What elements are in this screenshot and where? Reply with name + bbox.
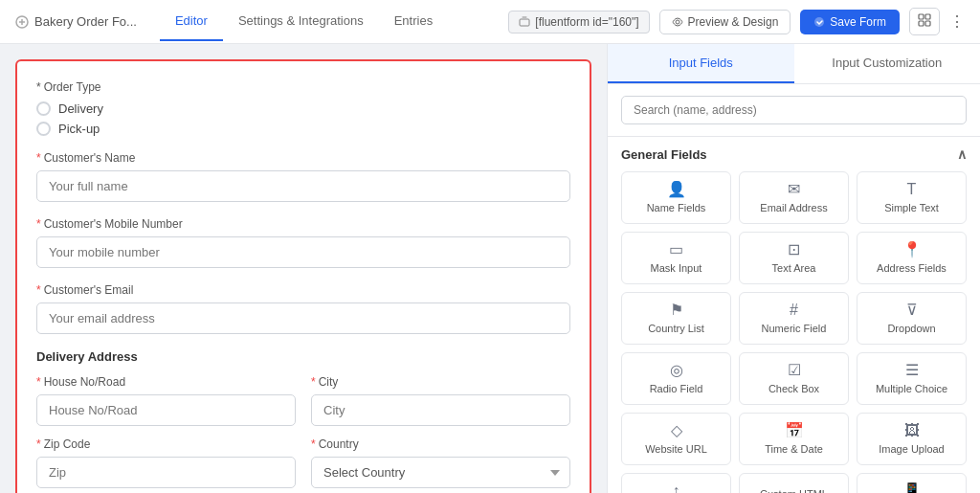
nav-tabs: Editor Settings & Integrations Entries [160, 2, 448, 41]
country-field: * Country Select Country [311, 437, 570, 488]
expand-icon [918, 13, 931, 27]
field-tile-label-mask-input: Mask Input [651, 262, 702, 274]
brand-logo[interactable]: Bakery Order Fo... [15, 14, 137, 29]
customer-name-input[interactable] [36, 170, 570, 202]
field-tile-icon-email-address: ✉ [788, 182, 800, 197]
city-input[interactable] [311, 394, 570, 426]
field-tile-icon-time-date: 📅 [785, 423, 804, 438]
field-tile-website-url[interactable]: ◇ Website URL [621, 413, 731, 465]
pickup-option[interactable]: Pick-up [36, 122, 570, 136]
customer-name-label: * Customer's Name [36, 151, 570, 165]
section-collapse-icon[interactable]: ∧ [957, 146, 967, 162]
field-tile-label-text-area: Text Area [772, 262, 816, 274]
city-field: * City [311, 375, 570, 426]
right-panel-tabs: Input Fields Input Customization [608, 44, 980, 84]
field-tile-label-image-upload: Image Upload [879, 443, 945, 455]
delivery-address-title: Delivery Address [36, 349, 570, 364]
city-label: * City [311, 375, 570, 389]
pickup-radio[interactable] [36, 122, 51, 136]
country-label: * Country [311, 437, 570, 451]
right-panel: Input Fields Input Customization General… [607, 44, 980, 493]
top-navigation: Bakery Order Fo... Editor Settings & Int… [0, 0, 980, 44]
eye-icon [672, 16, 683, 28]
field-tile-icon-file-upload: ↑ [673, 483, 680, 493]
field-tile-icon-country-list: ⚑ [670, 303, 683, 318]
zip-field: * Zip Code [36, 437, 296, 488]
svg-rect-7 [925, 21, 930, 26]
save-form-button[interactable]: Save Form [800, 10, 900, 34]
tab-settings[interactable]: Settings & Integrations [223, 2, 379, 41]
field-tile-label-radio-field: Radio Field [650, 383, 703, 394]
field-tile-icon-image-upload: 🖼 [904, 423, 920, 438]
field-tile-simple-text[interactable]: T Simple Text [857, 171, 967, 224]
field-tile-label-email-address: Email Address [760, 202, 827, 213]
field-tile-icon-numeric-field: # [790, 303, 798, 318]
field-tile-mask-input[interactable]: ▭ Mask Input [621, 232, 731, 284]
tab-editor[interactable]: Editor [160, 2, 223, 41]
zip-input[interactable] [36, 457, 296, 488]
save-icon [813, 16, 825, 28]
field-tile-label-time-date: Time & Date [765, 443, 823, 455]
field-tile-icon-phone-mobile: 📱 [902, 483, 922, 493]
field-tile-check-box[interactable]: ☑ Check Box [739, 352, 849, 405]
field-tile-icon-radio-field: ◎ [670, 363, 683, 378]
field-tile-phone-mobile[interactable]: 📱 Phone/Mobile Field [857, 473, 967, 493]
field-tile-email-address[interactable]: ✉ Email Address [739, 171, 849, 224]
customer-mobile-label: * Customer's Mobile Number [36, 217, 570, 231]
expand-button[interactable] [909, 8, 940, 35]
brand-icon [15, 15, 29, 29]
field-tile-icon-website-url: ◇ [671, 423, 682, 438]
customer-mobile-input[interactable] [36, 236, 570, 268]
field-tile-radio-field[interactable]: ◎ Radio Field [621, 352, 731, 405]
field-tile-label-numeric-field: Numeric Field [762, 323, 827, 334]
customer-email-input[interactable] [36, 303, 570, 334]
field-tile-icon-simple-text: T [907, 182, 917, 197]
field-tile-label-check-box: Check Box [768, 383, 819, 394]
field-tile-custom-html[interactable]: Custom HTML [739, 473, 849, 493]
delivery-option[interactable]: Delivery [36, 101, 570, 116]
house-no-label: * House No/Road [36, 375, 296, 389]
field-tile-country-list[interactable]: ⚑ Country List [621, 292, 731, 345]
field-tile-icon-check-box: ☑ [788, 363, 801, 378]
house-no-field: * House No/Road [36, 375, 296, 426]
address-row-1: * House No/Road * City [36, 375, 570, 426]
search-wrap [608, 84, 980, 137]
customer-email-label: * Customer's Email [36, 283, 570, 297]
field-tile-time-date[interactable]: 📅 Time & Date [739, 413, 849, 465]
field-tile-multiple-choice[interactable]: ☰ Multiple Choice [857, 352, 967, 405]
shortcode-badge[interactable]: [fluentform id="160"] [508, 11, 649, 34]
field-tile-text-area[interactable]: ⊡ Text Area [739, 232, 849, 284]
customer-mobile-field: * Customer's Mobile Number [36, 217, 570, 268]
svg-point-3 [814, 17, 824, 27]
fields-grid: 👤 Name Fields ✉ Email Address T Simple T… [621, 171, 967, 493]
field-tile-label-country-list: Country List [648, 323, 704, 334]
country-select[interactable]: Select Country [311, 457, 570, 488]
order-type-field: * Order Type Delivery Pick-up [36, 80, 570, 136]
order-type-options: Delivery Pick-up [36, 101, 570, 136]
address-row-2: * Zip Code * Country Select Country [36, 437, 570, 488]
house-no-input[interactable] [36, 394, 296, 426]
search-input[interactable] [621, 96, 967, 124]
field-tile-numeric-field[interactable]: # Numeric Field [739, 292, 849, 345]
tab-input-customization[interactable]: Input Customization [794, 44, 981, 83]
customer-name-field: * Customer's Name [36, 151, 570, 202]
preview-label: Preview & Design [688, 15, 779, 29]
field-tile-address-fields[interactable]: 📍 Address Fields [857, 232, 967, 284]
delivery-radio[interactable] [36, 101, 51, 116]
field-tile-icon-address-fields: 📍 [902, 242, 922, 258]
tab-input-fields[interactable]: Input Fields [608, 44, 794, 83]
main-layout: * Order Type Delivery Pick-up [0, 44, 980, 493]
field-tile-icon-mask-input: ▭ [669, 242, 683, 258]
field-tile-dropdown[interactable]: ⊽ Dropdown [857, 292, 967, 345]
section-header: General Fields ∧ [621, 146, 967, 162]
field-tile-name-fields[interactable]: 👤 Name Fields [621, 171, 731, 224]
field-tile-file-upload[interactable]: ↑ File Upload [621, 473, 731, 493]
svg-rect-4 [919, 14, 924, 19]
more-options-icon[interactable]: ⋮ [949, 12, 965, 31]
field-tile-label-custom-html: Custom HTML [760, 488, 828, 493]
field-tile-image-upload[interactable]: 🖼 Image Upload [857, 413, 967, 465]
nav-right-actions: [fluentform id="160"] Preview & Design S… [508, 8, 965, 35]
field-tile-icon-dropdown: ⊽ [906, 303, 918, 318]
preview-button[interactable]: Preview & Design [659, 10, 791, 34]
tab-entries[interactable]: Entries [379, 2, 448, 41]
